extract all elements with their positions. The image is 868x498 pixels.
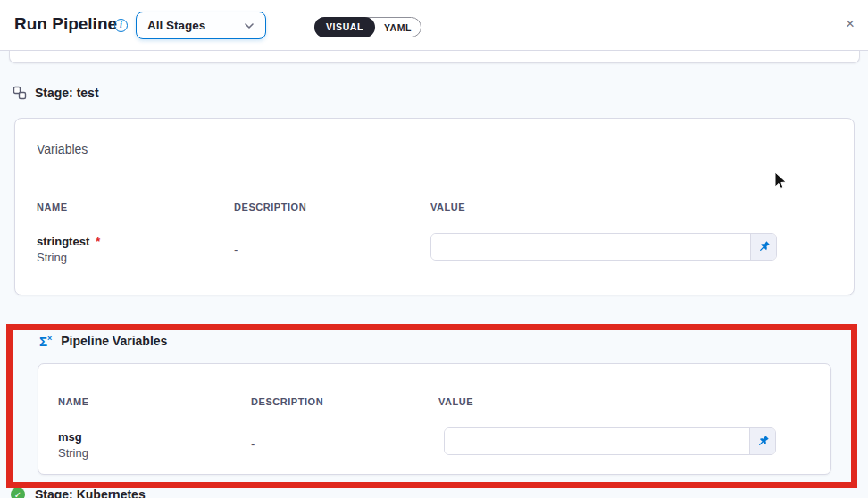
variables-card-title: Variables: [37, 142, 88, 156]
pin-icon[interactable]: [749, 428, 775, 454]
info-icon[interactable]: i: [114, 19, 128, 32]
pin-icon[interactable]: [750, 234, 776, 260]
close-icon[interactable]: ×: [838, 12, 863, 37]
run-pipeline-modal: Run Pipeline i All Stages VISUAL YAML × …: [0, 0, 868, 498]
column-header-name: NAME: [58, 396, 89, 407]
page-title: Run Pipeline: [14, 14, 117, 34]
visual-yaml-toggle: VISUAL YAML: [314, 17, 421, 37]
variable-type: String: [58, 446, 88, 460]
toggle-yaml-button[interactable]: YAML: [375, 17, 421, 37]
column-header-value: VALUE: [430, 202, 465, 212]
column-header-value: VALUE: [438, 396, 473, 407]
stage-filter-value: All Stages: [147, 19, 205, 32]
column-header-description: DESCRIPTION: [234, 202, 306, 212]
variable-value-input[interactable]: [431, 234, 750, 260]
stage-kubernetes-label: Stage: Kubernetes: [35, 487, 146, 498]
variable-description: -: [251, 437, 255, 451]
column-header-name: NAME: [37, 202, 68, 212]
scrolled-card-remnant: [9, 51, 860, 63]
stage-icon: [13, 86, 27, 100]
variable-value-group: [444, 427, 776, 455]
stage-kubernetes-header: ✓ Stage: Kubernetes: [11, 487, 146, 498]
pipeline-variables-icon: Σ×: [39, 335, 52, 348]
stage-test-header: Stage: test: [13, 86, 99, 100]
stage-filter-dropdown[interactable]: All Stages: [136, 12, 266, 39]
variable-name: stringtest*: [37, 235, 100, 248]
pipeline-variables-card: NAME DESCRIPTION VALUE msg String -: [38, 363, 831, 475]
variable-type: String: [37, 251, 67, 264]
chevron-down-icon: [244, 21, 255, 31]
pipeline-variables-header: Σ× Pipeline Variables: [39, 334, 167, 348]
variable-value-group: [430, 233, 777, 261]
toggle-visual-button[interactable]: VISUAL: [314, 17, 375, 37]
variable-name: msg: [58, 430, 82, 444]
pipeline-variables-title: Pipeline Variables: [61, 334, 167, 348]
required-asterisk: *: [96, 235, 100, 248]
modal-header: Run Pipeline i All Stages VISUAL YAML ×: [0, 0, 868, 51]
stage-test-label: Stage: test: [35, 86, 99, 100]
variable-description: -: [234, 243, 238, 256]
variable-value-input[interactable]: [445, 428, 749, 454]
kubernetes-stage-icon: ✓: [11, 487, 25, 498]
column-header-description: DESCRIPTION: [251, 396, 323, 407]
variables-card: Variables NAME DESCRIPTION VALUE stringt…: [14, 118, 855, 295]
